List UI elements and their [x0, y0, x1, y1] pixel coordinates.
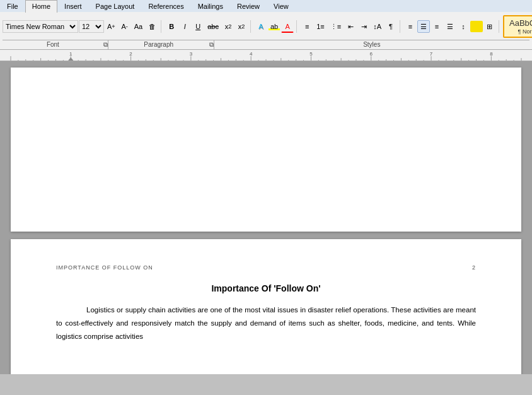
italic-button[interactable]: I [178, 20, 191, 33]
increase-indent-button[interactable]: ⇥ [357, 20, 370, 33]
tab-file[interactable]: File [0, 0, 25, 12]
font-size-select[interactable]: 12 [79, 20, 104, 33]
section-font-label: Font ⧉ [3, 40, 108, 49]
shrink-font-button[interactable]: A- [119, 20, 131, 33]
page-2: IMPORTANCE OF FOLLOW ON 2 Importance Of … [11, 239, 521, 374]
style-normal-label: ¶ Normal [518, 28, 532, 35]
tab-view[interactable]: View [267, 0, 296, 12]
subscript-button[interactable]: x2 [222, 20, 234, 33]
numbering-button[interactable]: 1≡ [314, 20, 327, 33]
grow-font-button[interactable]: A+ [105, 20, 118, 33]
page-2-body: Logistics or supply chain activities are… [56, 304, 476, 343]
section-styles-label: Styles [214, 40, 529, 49]
text-highlight-button[interactable]: ab [268, 20, 280, 33]
tab-references[interactable]: References [141, 0, 190, 12]
borders-button[interactable]: ⊞ [483, 20, 496, 33]
change-case-button[interactable]: Aa [132, 20, 145, 33]
page-header-left: IMPORTANCE OF FOLLOW ON [56, 264, 153, 271]
clear-formatting-button[interactable]: 🗑 [146, 20, 158, 33]
multilevel-list-button[interactable]: ⋮≡ [328, 20, 344, 33]
font-format-group: B I U abc x2 x2 [165, 20, 251, 33]
paragraph-format-group: A ab A [255, 20, 297, 33]
page-2-title: Importance Of 'Follow On' [56, 283, 476, 293]
text-align-group: ≡ ☰ ≡ ☰ ↕ ⊞ [404, 20, 499, 33]
show-paragraph-button[interactable]: ¶ [385, 20, 397, 33]
tab-review[interactable]: Review [230, 0, 267, 12]
ribbon-sections: Font ⧉ Paragraph ⧉ Styles [3, 40, 529, 49]
bold-button[interactable]: B [165, 20, 178, 33]
toolbar-row: Times New Roman 12 A+ A- Aa 🗑 B I U abc … [3, 13, 529, 40]
superscript-button[interactable]: x2 [235, 20, 248, 33]
sort-button[interactable]: ↕A [371, 20, 384, 33]
tab-page-layout[interactable]: Page Layout [89, 0, 142, 12]
strikethrough-button[interactable]: abc [205, 20, 221, 33]
font-family-select[interactable]: Times New Roman [3, 20, 78, 33]
page-1 [11, 68, 521, 232]
tab-mailings[interactable]: Mailings [191, 0, 230, 12]
justify-button[interactable]: ☰ [444, 20, 456, 33]
ribbon-tabs: File Home Insert Page Layout References … [0, 0, 532, 12]
align-left-button[interactable]: ≡ [404, 20, 417, 33]
font-group: Times New Roman 12 A+ A- Aa 🗑 [3, 20, 161, 33]
bullets-button[interactable]: ≡ [301, 20, 313, 33]
line-spacing-button[interactable]: ↕ [457, 20, 470, 33]
tab-home[interactable]: Home [25, 0, 57, 13]
section-paragraph-label: Paragraph ⧉ [108, 40, 214, 49]
shading-button[interactable] [470, 21, 483, 32]
font-dialog-launcher[interactable]: ⧉ [103, 41, 108, 49]
page-2-header: IMPORTANCE OF FOLLOW ON 2 [56, 264, 476, 271]
align-center-button[interactable]: ☰ [417, 20, 430, 33]
font-color-button[interactable]: A [281, 20, 294, 33]
page-title-text: Importance Of 'Follow On' [211, 283, 320, 293]
body-paragraph-1: Logistics or supply chain activities are… [56, 304, 476, 343]
paragraph-dialog-launcher[interactable]: ⧉ [209, 41, 214, 49]
underline-button[interactable]: U [192, 20, 204, 33]
tab-insert[interactable]: Insert [57, 0, 89, 12]
decrease-indent-button[interactable]: ⇤ [344, 20, 357, 33]
text-effects-button[interactable]: A [255, 20, 267, 33]
alignment-group: ≡ 1≡ ⋮≡ ⇤ ⇥ ↕A ¶ [301, 20, 400, 33]
style-normal-preview: AaBbCcDc [509, 18, 532, 28]
align-right-button[interactable]: ≡ [431, 20, 443, 33]
page-header-right: 2 [472, 264, 476, 271]
ruler [0, 50, 532, 61]
style-normal[interactable]: AaBbCcDc ¶ Normal [503, 15, 532, 38]
ribbon: Times New Roman 12 A+ A- Aa 🗑 B I U abc … [0, 12, 532, 50]
styles-section: AaBbCcDc ¶ Normal AaBbCcDc ¶ No Spaci...… [503, 15, 532, 38]
document-area[interactable]: IMPORTANCE OF FOLLOW ON 2 Importance Of … [0, 61, 532, 374]
